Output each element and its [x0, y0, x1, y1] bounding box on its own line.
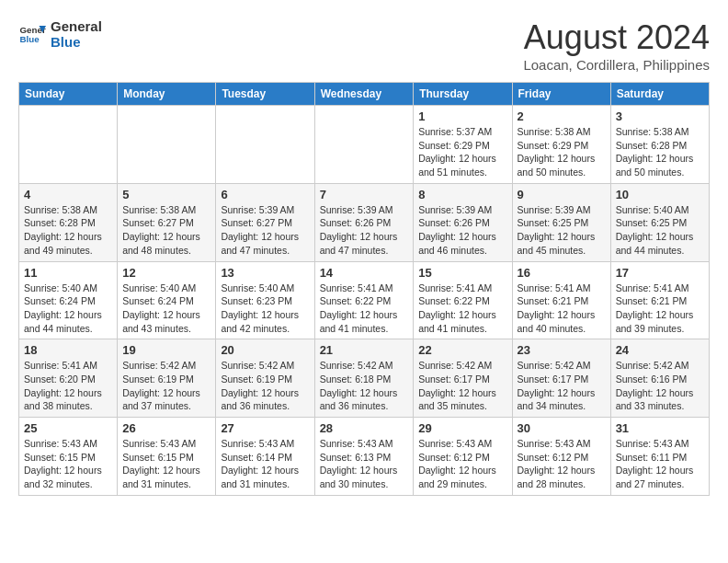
day-number: 7: [320, 188, 409, 201]
day-number: 12: [122, 266, 210, 280]
svg-text:Blue: Blue: [20, 34, 40, 44]
day-info: Sunrise: 5:43 AMSunset: 6:15 PMDaylight:…: [24, 437, 112, 491]
calendar-cell: 8Sunrise: 5:39 AMSunset: 6:26 PMDaylight…: [414, 183, 512, 261]
day-info: Sunrise: 5:40 AMSunset: 6:24 PMDaylight:…: [24, 282, 112, 336]
day-info: Sunrise: 5:43 AMSunset: 6:15 PMDaylight:…: [122, 437, 210, 491]
day-number: 31: [616, 421, 704, 435]
day-number: 25: [24, 421, 112, 435]
calendar-cell: 16Sunrise: 5:41 AMSunset: 6:21 PMDayligh…: [512, 261, 610, 339]
calendar-cell: 20Sunrise: 5:42 AMSunset: 6:19 PMDayligh…: [216, 339, 314, 418]
calendar-cell: 23Sunrise: 5:42 AMSunset: 6:17 PMDayligh…: [512, 339, 610, 418]
day-info: Sunrise: 5:40 AMSunset: 6:24 PMDaylight:…: [122, 282, 210, 336]
day-info: Sunrise: 5:42 AMSunset: 6:19 PMDaylight:…: [221, 359, 309, 413]
day-number: 13: [221, 266, 309, 280]
logo: General Blue General Blue: [18, 18, 102, 50]
weekday-header-thursday: Thursday: [414, 83, 512, 106]
day-info: Sunrise: 5:41 AMSunset: 6:21 PMDaylight:…: [616, 282, 704, 336]
calendar-cell: 10Sunrise: 5:40 AMSunset: 6:25 PMDayligh…: [610, 183, 709, 261]
weekday-header-tuesday: Tuesday: [216, 83, 314, 106]
day-number: 15: [418, 266, 506, 280]
weekday-header-row: SundayMondayTuesdayWednesdayThursdayFrid…: [19, 83, 710, 106]
calendar-cell: 30Sunrise: 5:43 AMSunset: 6:12 PMDayligh…: [512, 418, 610, 496]
day-info: Sunrise: 5:41 AMSunset: 6:22 PMDaylight:…: [418, 282, 506, 336]
calendar-cell: 31Sunrise: 5:43 AMSunset: 6:11 PMDayligh…: [610, 418, 709, 496]
day-info: Sunrise: 5:41 AMSunset: 6:21 PMDaylight:…: [518, 282, 606, 336]
calendar-cell: [314, 106, 414, 184]
calendar-cell: 14Sunrise: 5:41 AMSunset: 6:22 PMDayligh…: [314, 261, 414, 339]
title-area: August 2024 Loacan, Cordillera, Philippi…: [523, 18, 710, 73]
day-info: Sunrise: 5:42 AMSunset: 6:19 PMDaylight:…: [122, 359, 210, 413]
day-info: Sunrise: 5:39 AMSunset: 6:27 PMDaylight:…: [221, 203, 309, 258]
page-header: General Blue General Blue August 2024 Lo…: [18, 18, 710, 73]
calendar-cell: [19, 106, 118, 184]
day-info: Sunrise: 5:39 AMSunset: 6:25 PMDaylight:…: [518, 203, 606, 258]
weekday-header-sunday: Sunday: [19, 83, 118, 106]
calendar-cell: 17Sunrise: 5:41 AMSunset: 6:21 PMDayligh…: [610, 261, 709, 339]
day-number: 23: [518, 343, 606, 357]
calendar-cell: 27Sunrise: 5:43 AMSunset: 6:14 PMDayligh…: [216, 418, 314, 496]
day-info: Sunrise: 5:42 AMSunset: 6:17 PMDaylight:…: [418, 359, 506, 413]
month-year-title: August 2024: [523, 18, 710, 57]
calendar-cell: 5Sunrise: 5:38 AMSunset: 6:27 PMDaylight…: [118, 183, 216, 261]
calendar-cell: 7Sunrise: 5:39 AMSunset: 6:26 PMDaylight…: [314, 183, 414, 261]
day-number: 3: [616, 109, 704, 123]
calendar-cell: 29Sunrise: 5:43 AMSunset: 6:12 PMDayligh…: [414, 418, 512, 496]
day-number: 9: [518, 188, 606, 201]
location-subtitle: Loacan, Cordillera, Philippines: [523, 57, 710, 73]
day-info: Sunrise: 5:43 AMSunset: 6:14 PMDaylight:…: [221, 437, 309, 491]
calendar-cell: 12Sunrise: 5:40 AMSunset: 6:24 PMDayligh…: [118, 261, 216, 339]
calendar-cell: 19Sunrise: 5:42 AMSunset: 6:19 PMDayligh…: [118, 339, 216, 418]
logo-line2: Blue: [51, 34, 102, 50]
calendar-week-4: 18Sunrise: 5:41 AMSunset: 6:20 PMDayligh…: [19, 339, 710, 418]
calendar-cell: 2Sunrise: 5:38 AMSunset: 6:29 PMDaylight…: [512, 106, 610, 184]
day-number: 28: [320, 421, 409, 435]
calendar-week-5: 25Sunrise: 5:43 AMSunset: 6:15 PMDayligh…: [19, 418, 710, 496]
day-number: 16: [518, 266, 606, 280]
calendar-cell: 15Sunrise: 5:41 AMSunset: 6:22 PMDayligh…: [414, 261, 512, 339]
day-info: Sunrise: 5:38 AMSunset: 6:28 PMDaylight:…: [24, 203, 112, 258]
calendar-cell: 13Sunrise: 5:40 AMSunset: 6:23 PMDayligh…: [216, 261, 314, 339]
day-info: Sunrise: 5:41 AMSunset: 6:20 PMDaylight:…: [24, 359, 112, 413]
day-number: 18: [24, 343, 112, 357]
day-number: 17: [616, 266, 704, 280]
day-number: 20: [221, 343, 309, 357]
day-info: Sunrise: 5:43 AMSunset: 6:11 PMDaylight:…: [616, 437, 704, 491]
day-info: Sunrise: 5:37 AMSunset: 6:29 PMDaylight:…: [418, 125, 506, 179]
day-info: Sunrise: 5:41 AMSunset: 6:22 PMDaylight:…: [320, 282, 409, 336]
day-info: Sunrise: 5:40 AMSunset: 6:23 PMDaylight:…: [221, 282, 309, 336]
day-number: 6: [221, 188, 309, 201]
calendar-cell: 6Sunrise: 5:39 AMSunset: 6:27 PMDaylight…: [216, 183, 314, 261]
day-number: 4: [24, 188, 112, 201]
day-number: 14: [320, 266, 409, 280]
day-info: Sunrise: 5:38 AMSunset: 6:29 PMDaylight:…: [518, 125, 606, 179]
day-info: Sunrise: 5:38 AMSunset: 6:28 PMDaylight:…: [616, 125, 704, 179]
day-info: Sunrise: 5:39 AMSunset: 6:26 PMDaylight:…: [418, 203, 506, 258]
calendar-cell: 18Sunrise: 5:41 AMSunset: 6:20 PMDayligh…: [19, 339, 118, 418]
day-number: 29: [418, 421, 506, 435]
calendar-week-2: 4Sunrise: 5:38 AMSunset: 6:28 PMDaylight…: [19, 183, 710, 261]
calendar-cell: 24Sunrise: 5:42 AMSunset: 6:16 PMDayligh…: [610, 339, 709, 418]
day-number: 26: [122, 421, 210, 435]
day-info: Sunrise: 5:43 AMSunset: 6:12 PMDaylight:…: [418, 437, 506, 491]
calendar-cell: 28Sunrise: 5:43 AMSunset: 6:13 PMDayligh…: [314, 418, 414, 496]
calendar-table: SundayMondayTuesdayWednesdayThursdayFrid…: [18, 82, 710, 496]
day-number: 22: [418, 343, 506, 357]
day-info: Sunrise: 5:42 AMSunset: 6:17 PMDaylight:…: [518, 359, 606, 413]
calendar-cell: [216, 106, 314, 184]
weekday-header-wednesday: Wednesday: [314, 83, 414, 106]
logo-line1: General: [51, 18, 102, 34]
calendar-body: 1Sunrise: 5:37 AMSunset: 6:29 PMDaylight…: [19, 106, 710, 496]
calendar-cell: 3Sunrise: 5:38 AMSunset: 6:28 PMDaylight…: [610, 106, 709, 184]
day-info: Sunrise: 5:40 AMSunset: 6:25 PMDaylight:…: [616, 203, 704, 258]
day-number: 30: [518, 421, 606, 435]
calendar-week-3: 11Sunrise: 5:40 AMSunset: 6:24 PMDayligh…: [19, 261, 710, 339]
calendar-cell: 4Sunrise: 5:38 AMSunset: 6:28 PMDaylight…: [19, 183, 118, 261]
day-number: 10: [616, 188, 704, 201]
calendar-header: SundayMondayTuesdayWednesdayThursdayFrid…: [19, 83, 710, 106]
day-info: Sunrise: 5:39 AMSunset: 6:26 PMDaylight:…: [320, 203, 409, 258]
weekday-header-friday: Friday: [512, 83, 610, 106]
day-info: Sunrise: 5:42 AMSunset: 6:18 PMDaylight:…: [320, 359, 409, 413]
day-info: Sunrise: 5:42 AMSunset: 6:16 PMDaylight:…: [616, 359, 704, 413]
calendar-cell: 21Sunrise: 5:42 AMSunset: 6:18 PMDayligh…: [314, 339, 414, 418]
calendar-cell: 25Sunrise: 5:43 AMSunset: 6:15 PMDayligh…: [19, 418, 118, 496]
